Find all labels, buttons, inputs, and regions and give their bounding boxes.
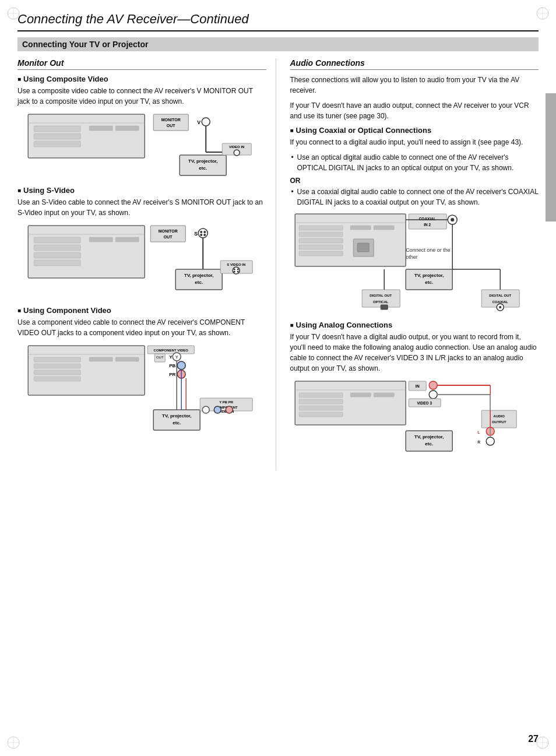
svg-text:VIDEO IN: VIDEO IN <box>229 145 244 149</box>
section-header: Connecting Your TV or Projector <box>17 37 539 51</box>
svg-point-47 <box>200 234 202 236</box>
svg-rect-16 <box>34 141 80 147</box>
svg-rect-66 <box>89 357 112 361</box>
svg-rect-97 <box>299 245 343 249</box>
svg-text:TV, projector,: TV, projector, <box>184 273 213 278</box>
svg-rect-15 <box>34 133 80 139</box>
svg-rect-114 <box>362 290 400 307</box>
corner-mark-tl <box>5 5 22 22</box>
audio-intro-2: If your TV doesn't have an audio output,… <box>290 100 539 121</box>
svg-text:COAXIAL: COAXIAL <box>492 300 508 304</box>
svg-point-57 <box>237 269 239 270</box>
svg-rect-63 <box>34 364 80 368</box>
right-column: Audio Connections These connections will… <box>288 58 539 470</box>
svg-point-107 <box>451 218 454 221</box>
svg-point-55 <box>233 267 240 274</box>
analog-heading: Using Analog Connections <box>290 321 539 329</box>
svg-rect-117 <box>381 305 388 310</box>
svg-rect-99 <box>350 226 371 230</box>
page-title: Connecting the AV Receiver—Continued <box>17 12 249 26</box>
svg-text:OUTPUT: OUTPUT <box>491 420 506 424</box>
svg-point-56 <box>234 269 235 270</box>
coaxial-optical-list: Use an optical digital audio cable to co… <box>290 152 539 173</box>
svg-text:other: other <box>406 254 418 260</box>
svg-point-137 <box>429 381 437 389</box>
svg-text:OUT: OUT <box>164 235 173 239</box>
svg-point-31 <box>234 150 240 156</box>
svg-text:etc.: etc. <box>425 280 433 285</box>
composite-video-heading: Using Composite Video <box>17 75 266 83</box>
composite-video-section: Using Composite Video Use a composite vi… <box>17 75 266 180</box>
svg-text:IN 2: IN 2 <box>424 223 431 227</box>
svg-rect-94 <box>299 226 343 230</box>
svg-point-23 <box>202 118 210 126</box>
page-header: Connecting the AV Receiver—Continued <box>17 12 539 31</box>
svg-point-123 <box>499 306 501 308</box>
svg-text:COMPONENT VIDEO: COMPONENT VIDEO <box>154 349 189 352</box>
svg-text:etc.: etc. <box>425 441 433 446</box>
svg-text:IN: IN <box>415 384 419 388</box>
component-video-heading: Using Component Video <box>17 306 266 315</box>
component-video-diagram: COMPONENT VIDEO OUT Y Y PB PR <box>17 343 266 435</box>
s-video-section: Using S-Video Use an S-Video cable to co… <box>17 186 266 300</box>
s-video-body: Use an S-Video cable to connect the AV r… <box>17 197 266 218</box>
coaxial-optical-section: Using Coaxial or Optical Connections If … <box>290 126 539 315</box>
svg-text:COAXIAL: COAXIAL <box>418 217 435 221</box>
svg-rect-146 <box>481 410 516 428</box>
svg-rect-17 <box>89 126 112 131</box>
svg-text:Connect one or the: Connect one or the <box>406 247 451 253</box>
svg-text:etc.: etc. <box>195 280 203 285</box>
composite-video-body: Use a composite video cable to connect t… <box>17 86 266 107</box>
corner-mark-bl <box>5 734 22 751</box>
svg-point-90 <box>214 406 221 413</box>
svg-rect-130 <box>299 399 343 404</box>
svg-text:S: S <box>194 231 198 237</box>
svg-text:etc.: etc. <box>173 420 181 426</box>
svg-rect-131 <box>299 406 343 410</box>
svg-point-59 <box>237 271 239 273</box>
svg-rect-18 <box>115 126 139 131</box>
svg-rect-40 <box>150 226 185 242</box>
svg-point-138 <box>429 391 437 399</box>
svg-rect-34 <box>34 237 80 243</box>
s-video-diagram: MONITOR OUT S TV, pro <box>17 223 266 300</box>
svg-rect-103 <box>409 214 446 229</box>
svg-text:AUDIO: AUDIO <box>493 414 505 418</box>
svg-rect-95 <box>299 232 343 237</box>
two-col-layout: Monitor Out Using Composite Video Use a … <box>17 58 539 470</box>
coaxial-optical-heading: Using Coaxial or Optical Connections <box>290 126 539 135</box>
coaxial-optical-list2: Use a coaxial digital audio cable to con… <box>290 187 539 208</box>
svg-point-152 <box>486 437 494 445</box>
svg-rect-98 <box>299 251 343 256</box>
s-video-heading: Using S-Video <box>17 186 266 195</box>
svg-rect-67 <box>115 357 139 361</box>
svg-point-58 <box>234 271 235 273</box>
svg-rect-14 <box>34 126 80 132</box>
svg-rect-102 <box>357 243 369 252</box>
analog-section: Using Analog Connections If your TV does… <box>290 321 539 465</box>
svg-text:OPTICAL: OPTICAL <box>373 300 389 304</box>
svg-text:etc.: etc. <box>199 166 207 171</box>
svg-point-44 <box>198 228 207 238</box>
svg-text:TV, projector,: TV, projector, <box>162 413 191 419</box>
svg-rect-19 <box>153 114 188 131</box>
svg-text:Y   PB   PR: Y PB PR <box>219 400 234 404</box>
composite-video-diagram: MONITOR OUT V TV, projector, etc. <box>17 111 266 180</box>
or-text: OR <box>290 177 539 185</box>
svg-text:PR: PR <box>169 372 175 377</box>
svg-rect-64 <box>34 370 80 375</box>
svg-rect-39 <box>115 237 139 242</box>
svg-text:MONITOR: MONITOR <box>159 229 178 233</box>
coaxial-optical-body1: If you connect to a digital audio input,… <box>290 137 539 147</box>
svg-text:TV, projector,: TV, projector, <box>414 434 444 439</box>
page-number: 27 <box>528 734 539 744</box>
svg-text:OUT: OUT <box>156 356 164 359</box>
page-container: Connecting the AV Receiver—Continued Con… <box>0 0 556 756</box>
coaxial-optical-diagram: COAXIAL IN 2 Connect one or the other TV… <box>290 211 539 315</box>
audio-connections-title: Audio Connections <box>290 58 539 70</box>
svg-text:L: L <box>477 430 480 434</box>
svg-point-91 <box>226 406 233 413</box>
svg-rect-134 <box>374 393 394 397</box>
monitor-out-title: Monitor Out <box>17 58 266 70</box>
svg-rect-100 <box>374 226 394 230</box>
